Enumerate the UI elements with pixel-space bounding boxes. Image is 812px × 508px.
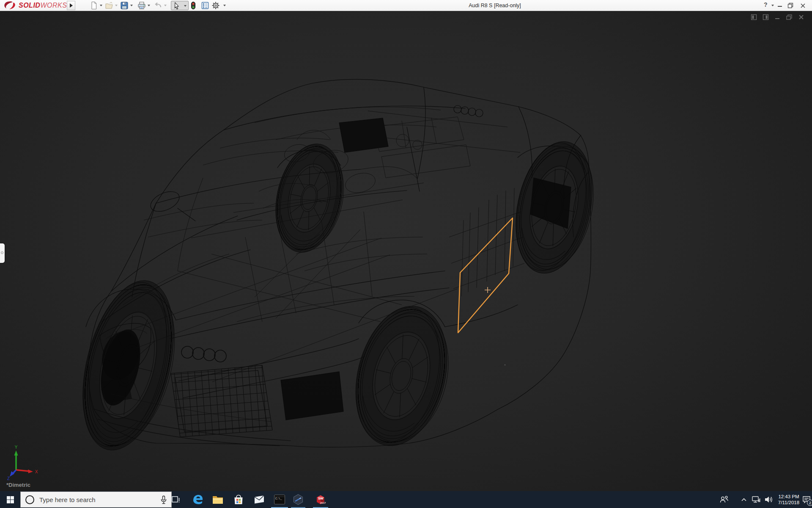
solidworks-logo-icon bbox=[3, 1, 18, 10]
svg-text:C:\_: C:\_ bbox=[275, 497, 282, 500]
tray-overflow-chevron[interactable] bbox=[738, 491, 749, 508]
close-button[interactable] bbox=[800, 0, 806, 11]
svg-text:2017: 2017 bbox=[320, 502, 326, 504]
mail-icon bbox=[253, 494, 265, 505]
restore-icon bbox=[787, 3, 793, 8]
document-window-controls bbox=[751, 14, 804, 22]
car-wireframe bbox=[0, 11, 812, 491]
notification-badge: 2 bbox=[807, 500, 812, 506]
people-tray-button[interactable] bbox=[716, 491, 732, 508]
undo-dropdown-caret[interactable] bbox=[164, 5, 167, 6]
people-icon bbox=[719, 495, 729, 504]
flyout-arrow-icon bbox=[70, 3, 73, 8]
tray-date: 7/11/2018 bbox=[778, 500, 799, 505]
undo-icon[interactable] bbox=[154, 1, 162, 10]
new-dropdown-caret[interactable] bbox=[100, 5, 102, 6]
graphics-viewport[interactable]: Y X Z *Dimetric bbox=[0, 11, 812, 491]
composer-button[interactable] bbox=[289, 491, 307, 508]
selected-sketch-profile[interactable] bbox=[458, 218, 513, 333]
stray-point bbox=[505, 364, 506, 366]
chevron-up-icon bbox=[741, 497, 747, 502]
window-title: Audi R8 S [Read-only] bbox=[431, 0, 558, 11]
restore-document-icon[interactable] bbox=[786, 14, 793, 22]
triad-y-label: Y bbox=[15, 445, 18, 450]
view-orientation-label: *Dimetric bbox=[6, 482, 30, 488]
help-button[interactable]: ? bbox=[764, 1, 768, 8]
command-prompt-button[interactable]: C:\_ bbox=[270, 491, 289, 508]
search-placeholder: Type here to search bbox=[39, 496, 96, 503]
taskbar: Type here to search bbox=[0, 491, 812, 508]
mail-button[interactable] bbox=[250, 491, 269, 508]
featuremanager-tab-dot-icon bbox=[1, 251, 3, 254]
solidworks-button[interactable]: SW 2017 bbox=[311, 491, 330, 508]
select-cursor-icon bbox=[173, 2, 181, 10]
title-bar: SOLIDWORKS bbox=[0, 0, 812, 11]
print-icon[interactable] bbox=[137, 1, 146, 10]
orientation-triad: Y X Z bbox=[4, 436, 42, 480]
save-icon[interactable] bbox=[120, 1, 129, 10]
close-document-icon[interactable] bbox=[798, 14, 804, 22]
windows-logo-icon bbox=[7, 496, 14, 503]
solidworks-logo: SOLIDWORKS bbox=[3, 0, 67, 11]
triad-x-label: X bbox=[35, 469, 38, 474]
minimize-icon bbox=[777, 3, 782, 8]
triad-z-label: Z bbox=[7, 476, 10, 480]
print-dropdown-caret[interactable] bbox=[148, 5, 150, 6]
store-button[interactable] bbox=[229, 491, 248, 508]
featuremanager-collapsed-tab[interactable] bbox=[0, 243, 5, 263]
rebuild-traffic-light-icon[interactable] bbox=[189, 1, 198, 10]
solidworks-logo-text: SOLIDWORKS bbox=[19, 2, 67, 9]
open-icon[interactable] bbox=[105, 1, 113, 10]
network-icon bbox=[752, 495, 761, 504]
clock[interactable]: 12:43 PM 7/11/2018 bbox=[776, 491, 802, 508]
select-tool-button[interactable] bbox=[171, 1, 189, 10]
store-icon bbox=[233, 494, 244, 505]
svg-text:SW: SW bbox=[318, 497, 324, 500]
sketch-cursor-cross bbox=[485, 287, 491, 293]
command-prompt-icon: C:\_ bbox=[274, 494, 285, 505]
speaker-icon bbox=[764, 495, 774, 504]
minimize-document-icon[interactable] bbox=[774, 14, 780, 22]
taskbar-search-input[interactable]: Type here to search bbox=[20, 491, 172, 508]
new-document-icon[interactable] bbox=[90, 1, 98, 10]
minimize-button[interactable] bbox=[777, 0, 782, 11]
open-dropdown-caret[interactable] bbox=[115, 5, 118, 6]
file-properties-icon[interactable] bbox=[201, 1, 209, 10]
toolbar-flyout-button[interactable] bbox=[67, 1, 75, 10]
edge-icon bbox=[192, 494, 204, 505]
start-button[interactable] bbox=[0, 491, 20, 508]
pane-toggle-right-icon[interactable] bbox=[763, 14, 769, 22]
close-icon bbox=[800, 3, 806, 8]
network-tray-button[interactable] bbox=[749, 491, 763, 508]
solidworks-2017-icon: SW 2017 bbox=[315, 494, 326, 505]
tray-time: 12:43 PM bbox=[778, 494, 799, 500]
save-dropdown-caret[interactable] bbox=[130, 5, 133, 6]
task-view-button[interactable] bbox=[166, 491, 184, 508]
file-explorer-button[interactable] bbox=[208, 491, 227, 508]
restore-button[interactable] bbox=[787, 0, 793, 11]
cortana-icon bbox=[25, 495, 34, 504]
edge-button[interactable] bbox=[189, 491, 207, 508]
composer-hexagon-icon bbox=[292, 494, 304, 505]
file-explorer-icon bbox=[212, 494, 224, 505]
select-dropdown-caret[interactable] bbox=[184, 5, 187, 7]
help-dropdown-caret[interactable] bbox=[771, 5, 774, 6]
volume-tray-button[interactable] bbox=[762, 491, 776, 508]
pane-toggle-left-icon[interactable] bbox=[751, 14, 757, 22]
options-gear-icon[interactable] bbox=[211, 1, 220, 10]
options-dropdown-caret[interactable] bbox=[223, 5, 226, 6]
